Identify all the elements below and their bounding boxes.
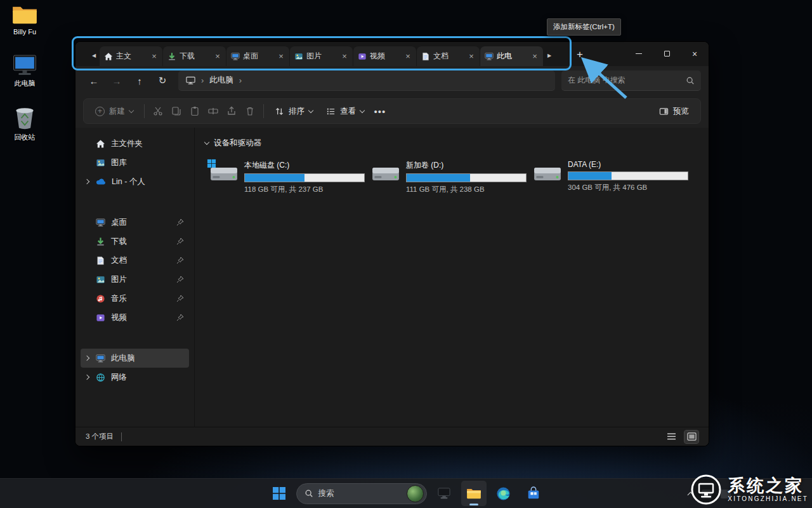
sidebar-item-videos[interactable]: 视频 (81, 308, 189, 327)
drive-info: 新加卷 (D:) 111 GB 可用, 共 238 GB (406, 160, 527, 194)
breadcrumb-item[interactable]: 此电脑 (209, 75, 233, 86)
more-options-icon[interactable]: ••• (371, 101, 389, 121)
paste-icon[interactable] (186, 101, 204, 121)
share-icon[interactable] (223, 101, 240, 121)
sidebar-item-documents[interactable]: 文档 (81, 251, 189, 270)
back-icon[interactable]: ← (83, 70, 105, 91)
edge-browser-icon[interactable] (491, 481, 516, 506)
capacity-bar-fill (407, 174, 470, 182)
refresh-icon[interactable]: ↻ (152, 70, 173, 91)
tab-label: 图片 (306, 51, 336, 62)
tab-home[interactable]: 主文 × (100, 46, 162, 66)
microsoft-store-icon[interactable] (521, 481, 546, 506)
tab-close-icon[interactable]: × (276, 51, 286, 62)
view-button[interactable]: 查看 (320, 101, 370, 121)
status-bar: 3 个项目 (75, 427, 709, 446)
tab-scroll-left-button[interactable]: ◀ (88, 46, 100, 65)
sort-button[interactable]: 排序 (268, 101, 319, 121)
tab-scroll-right-button[interactable]: ▶ (544, 46, 555, 65)
pin-icon (176, 295, 184, 302)
tab-pictures[interactable]: 图片 × (290, 46, 353, 66)
taskbar-monitor-app-icon[interactable] (431, 481, 457, 506)
group-header-devices-and-drives[interactable]: 设备和驱动器 (205, 138, 700, 149)
search-placeholder: 在 此电脑 中搜索 (568, 75, 686, 86)
copy-icon[interactable] (167, 101, 185, 121)
desktop-icon-user-folder[interactable]: Billy Fu (5, 4, 44, 36)
desktop-icon-list: Billy Fu 此电脑 回收站 (5, 4, 44, 142)
sidebar-item-this-pc[interactable]: 此电脑 (81, 349, 189, 368)
sidebar-item-downloads[interactable]: 下载 (81, 232, 189, 251)
this-pc-icon (186, 76, 195, 85)
tab-close-icon[interactable]: × (466, 51, 476, 62)
sidebar-item-home[interactable]: 主文件夹 (81, 134, 189, 153)
sidebar-item-onedrive[interactable]: Lin - 个人 (81, 172, 189, 191)
group-title: 设备和驱动器 (214, 138, 261, 149)
videos-icon (96, 313, 105, 323)
home-icon (96, 139, 105, 149)
sidebar-item-label: 桌面 (111, 217, 127, 228)
expand-chevron-icon[interactable] (84, 356, 89, 361)
breadcrumb[interactable]: › 此电脑 › (178, 70, 555, 91)
recycle-bin-icon (12, 106, 37, 130)
desktop-icon-this-pc[interactable]: 此电脑 (5, 53, 44, 88)
pictures-icon (294, 52, 303, 61)
pin-icon (176, 257, 184, 264)
maximize-button[interactable] (653, 42, 681, 65)
drive-free-space: 118 GB 可用, 共 237 GB (244, 185, 365, 194)
sidebar-item-label: 音乐 (111, 293, 127, 304)
tab-close-icon[interactable]: × (339, 51, 350, 62)
forward-icon[interactable]: → (106, 70, 128, 91)
status-divider (121, 432, 122, 441)
tab-documents[interactable]: 文档 × (417, 46, 480, 66)
search-label: 搜索 (318, 488, 334, 499)
file-explorer-taskbar-icon[interactable] (461, 481, 487, 506)
new-tab-button[interactable]: + (569, 45, 591, 64)
tab-this-pc-active[interactable]: 此电 × (480, 46, 543, 66)
sidebar-item-label: 主文件夹 (111, 138, 143, 149)
tab-close-icon[interactable]: × (149, 51, 159, 62)
rename-icon[interactable] (204, 101, 222, 121)
sidebar-item-desktop[interactable]: 桌面 (81, 213, 189, 232)
drive-item-d[interactable]: 新加卷 (D:) 111 GB 可用, 共 238 GB (372, 160, 523, 194)
tab-close-icon[interactable]: × (530, 51, 540, 62)
new-button[interactable]: + 新建 (89, 101, 140, 121)
sidebar-item-pictures[interactable]: 图片 (81, 270, 189, 289)
sidebar-item-music[interactable]: 音乐 (81, 289, 189, 308)
document-icon (96, 256, 105, 265)
expand-chevron-icon[interactable] (84, 179, 89, 184)
tab-desktop[interactable]: 桌面 × (226, 46, 289, 66)
taskbar-search-box[interactable]: 搜索 (296, 483, 427, 504)
search-icon (304, 489, 313, 498)
drive-item-e[interactable]: DATA (E:) 304 GB 可用, 共 476 GB (534, 160, 684, 194)
expand-chevron-icon[interactable] (84, 375, 89, 380)
close-button[interactable]: × (681, 42, 709, 65)
drive-name: 新加卷 (D:) (406, 160, 527, 171)
hard-drive-icon (210, 165, 238, 187)
sidebar-item-label: 图片 (111, 274, 127, 285)
delete-icon[interactable] (241, 101, 259, 121)
large-icons-view-icon[interactable] (684, 431, 698, 443)
preview-label: 预览 (673, 106, 689, 117)
minimize-button[interactable] (625, 42, 653, 65)
search-highlight-avatar (407, 485, 424, 502)
sidebar-item-gallery[interactable]: 图库 (81, 153, 189, 172)
tab-label: 此电 (497, 51, 527, 62)
drive-item-c[interactable]: 本地磁盘 (C:) 118 GB 可用, 共 237 GB (210, 160, 361, 194)
start-button[interactable] (266, 481, 292, 506)
details-view-icon[interactable] (664, 431, 678, 443)
pin-icon (176, 314, 184, 321)
tab-close-icon[interactable]: × (213, 51, 223, 62)
navigation-bar: ← → ↑ ↻ › 此电脑 › 在 此电脑 中搜索 (75, 66, 709, 95)
tab-downloads[interactable]: 下载 × (163, 46, 226, 66)
desktop-icon-recycle-bin[interactable]: 回收站 (5, 106, 44, 142)
up-icon[interactable]: ↑ (129, 70, 150, 91)
sidebar-item-network[interactable]: 网络 (81, 368, 189, 387)
pictures-icon (96, 275, 105, 284)
cut-icon[interactable] (149, 101, 167, 121)
view-toggles (664, 431, 698, 443)
preview-button[interactable]: 预览 (653, 101, 695, 121)
tab-close-icon[interactable]: × (403, 51, 413, 62)
tab-videos[interactable]: 视频 × (353, 46, 416, 66)
sidebar-spacer (81, 327, 189, 349)
search-input[interactable]: 在 此电脑 中搜索 (561, 70, 701, 91)
